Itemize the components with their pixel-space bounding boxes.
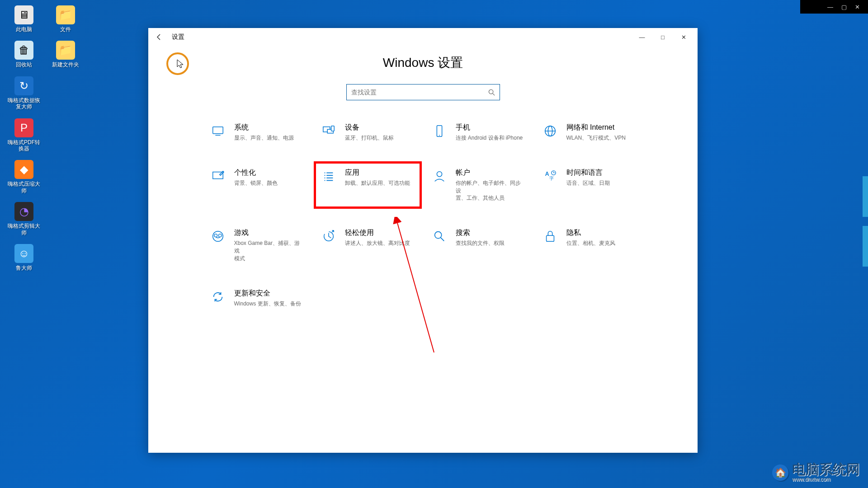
pdf-icon: P bbox=[14, 118, 33, 137]
watermark-logo-icon: 🏠 bbox=[772, 465, 788, 481]
apps-icon bbox=[321, 168, 337, 184]
category-apps[interactable]: 应用卸载、默认应用、可选功能 bbox=[317, 164, 419, 206]
desktop-icon-recover[interactable]: ↻嗨格式数据恢 复大师 bbox=[4, 76, 44, 110]
category-title: 搜索 bbox=[456, 228, 505, 238]
desktop-icon-files[interactable]: 📁文件 bbox=[45, 5, 86, 33]
category-devices[interactable]: 设备蓝牙、打印机、鼠标 bbox=[317, 119, 419, 145]
category-desc: 卸载、默认应用、可选功能 bbox=[345, 179, 410, 187]
desktop-icon-pdf[interactable]: P嗨格式PDF转 换器 bbox=[4, 118, 44, 152]
network-icon bbox=[542, 123, 558, 139]
accent-bar bbox=[863, 226, 868, 267]
browser-titlebar: — ▢ ✕ bbox=[800, 0, 868, 14]
svg-rect-6 bbox=[331, 126, 334, 131]
category-title: 系统 bbox=[234, 123, 294, 132]
accounts-icon bbox=[431, 168, 448, 184]
time-icon: A字 bbox=[542, 168, 558, 184]
devices-icon bbox=[321, 123, 337, 139]
watermark-url: www.dnxtw.com bbox=[792, 476, 860, 483]
settings-window: 设置 — □ ✕ Windows 设置 系统显示、声音、通知、电源设备蓝牙、打印… bbox=[148, 28, 698, 453]
category-desc: 背景、锁屏、颜色 bbox=[234, 179, 278, 187]
category-desc: 查找我的文件、权限 bbox=[456, 239, 505, 247]
category-title: 隐私 bbox=[566, 228, 615, 238]
clip-icon: ◔ bbox=[14, 202, 33, 221]
category-search[interactable]: 搜索查找我的文件、权限 bbox=[428, 225, 529, 266]
category-title: 帐户 bbox=[456, 168, 526, 178]
folder-icon: 📁 bbox=[56, 41, 75, 60]
search-box[interactable] bbox=[346, 84, 500, 100]
category-update[interactable]: 更新和安全Windows 更新、恢复、备份 bbox=[206, 285, 308, 311]
page-heading: Windows 设置 bbox=[383, 54, 463, 71]
update-icon bbox=[210, 289, 226, 305]
recovery-icon: ↻ bbox=[14, 76, 33, 95]
category-desc: Xbox Game Bar、捕获、游戏模式 bbox=[234, 239, 304, 262]
svg-text:字: 字 bbox=[549, 175, 554, 180]
minimize-button[interactable]: — bbox=[632, 30, 652, 44]
search-icon bbox=[431, 228, 448, 244]
category-grid: 系统显示、声音、通知、电源设备蓝牙、打印机、鼠标手机连接 Android 设备和… bbox=[206, 119, 640, 311]
desktop-icon-newfolder[interactable]: 📁新建文件夹 bbox=[45, 41, 86, 68]
category-title: 轻松使用 bbox=[345, 228, 410, 238]
gaming-icon bbox=[210, 228, 226, 244]
folder-icon: 📁 bbox=[56, 5, 75, 24]
category-title: 应用 bbox=[345, 168, 410, 178]
svg-text:A: A bbox=[545, 171, 549, 177]
category-desc: 语音、区域、日期 bbox=[566, 179, 610, 187]
category-desc: 讲述人、放大镜、高对比度 bbox=[345, 239, 410, 247]
svg-rect-33 bbox=[546, 235, 554, 241]
personalize-icon bbox=[210, 168, 226, 184]
svg-point-21 bbox=[437, 171, 442, 176]
svg-point-31 bbox=[434, 232, 441, 239]
avatar-icon: ☺ bbox=[14, 244, 33, 263]
category-desc: Windows 更新、恢复、备份 bbox=[234, 300, 301, 308]
category-ease[interactable]: 轻松使用讲述人、放大镜、高对比度 bbox=[317, 225, 419, 266]
svg-point-28 bbox=[214, 234, 217, 237]
search-input[interactable] bbox=[351, 89, 488, 96]
category-phone[interactable]: 手机连接 Android 设备和 iPhone bbox=[428, 119, 529, 145]
browser-minimize[interactable]: — bbox=[827, 4, 833, 10]
category-gaming[interactable]: 游戏Xbox Game Bar、捕获、游戏模式 bbox=[206, 225, 308, 266]
category-title: 游戏 bbox=[234, 228, 304, 238]
category-title: 设备 bbox=[345, 123, 394, 132]
category-title: 时间和语言 bbox=[566, 168, 610, 178]
svg-rect-2 bbox=[212, 127, 223, 134]
category-privacy[interactable]: 隐私位置、相机、麦克风 bbox=[538, 225, 640, 266]
compress-icon: ◆ bbox=[14, 160, 33, 179]
system-icon bbox=[210, 123, 226, 139]
ease-icon bbox=[321, 228, 337, 244]
svg-line-1 bbox=[492, 93, 494, 95]
maximize-button[interactable]: □ bbox=[652, 30, 673, 44]
watermark-text: 电脑系统网 bbox=[792, 463, 860, 476]
category-network[interactable]: 网络和 InternetWLAN、飞行模式、VPN bbox=[538, 119, 640, 145]
desktop-icon-recycle[interactable]: 🗑回收站 bbox=[4, 41, 44, 68]
category-time[interactable]: A字时间和语言语音、区域、日期 bbox=[538, 164, 640, 206]
svg-point-0 bbox=[489, 89, 493, 94]
category-accounts[interactable]: 帐户你的帐户、电子邮件、同步设置、工作、其他人员 bbox=[428, 164, 529, 206]
category-desc: 蓝牙、打印机、鼠标 bbox=[345, 134, 394, 142]
watermark: 🏠 电脑系统网 www.dnxtw.com bbox=[772, 463, 860, 483]
search-icon bbox=[488, 89, 495, 96]
desktop-icon-ludashi[interactable]: ☺鲁大师 bbox=[4, 244, 44, 271]
category-title: 手机 bbox=[456, 123, 523, 132]
category-personalize[interactable]: 个性化背景、锁屏、颜色 bbox=[206, 164, 308, 206]
settings-content: Windows 设置 系统显示、声音、通知、电源设备蓝牙、打印机、鼠标手机连接 … bbox=[148, 46, 698, 453]
browser-close[interactable]: ✕ bbox=[855, 4, 860, 10]
close-button[interactable]: ✕ bbox=[673, 30, 694, 44]
window-titlebar: 设置 — □ ✕ bbox=[148, 28, 698, 46]
category-desc: 连接 Android 设备和 iPhone bbox=[456, 134, 523, 142]
phone-icon bbox=[431, 123, 448, 139]
browser-maximize[interactable]: ▢ bbox=[841, 4, 847, 10]
svg-line-32 bbox=[440, 238, 444, 241]
window-title: 设置 bbox=[172, 33, 184, 41]
back-button[interactable] bbox=[152, 30, 166, 44]
desktop-icon-clip[interactable]: ◔嗨格式剪辑大 师 bbox=[4, 202, 44, 236]
svg-point-29 bbox=[218, 234, 222, 237]
category-desc: 位置、相机、麦克风 bbox=[566, 239, 615, 247]
desktop-icon-zip[interactable]: ◆嗨格式压缩大 师 bbox=[4, 160, 44, 194]
accent-bar bbox=[863, 176, 868, 217]
desktop-icon-pc[interactable]: 🖥此电脑 bbox=[4, 5, 44, 33]
recycle-bin-icon: 🗑 bbox=[14, 41, 33, 60]
category-desc: 你的帐户、电子邮件、同步设置、工作、其他人员 bbox=[456, 179, 526, 202]
desktop: 🖥此电脑 📁文件 🗑回收站 📁新建文件夹 ↻嗨格式数据恢 复大师 P嗨格式PDF… bbox=[4, 5, 86, 271]
category-system[interactable]: 系统显示、声音、通知、电源 bbox=[206, 119, 308, 145]
category-desc: WLAN、飞行模式、VPN bbox=[566, 134, 626, 142]
